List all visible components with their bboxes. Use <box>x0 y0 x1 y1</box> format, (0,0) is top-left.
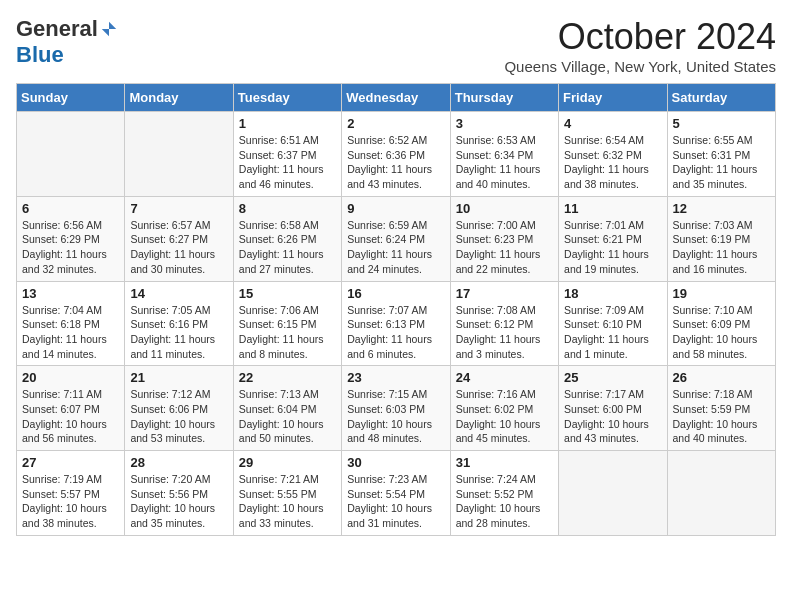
calendar-day: 28Sunrise: 7:20 AM Sunset: 5:56 PM Dayli… <box>125 451 233 536</box>
calendar-day: 4Sunrise: 6:54 AM Sunset: 6:32 PM Daylig… <box>559 112 667 197</box>
calendar-week-2: 6Sunrise: 6:56 AM Sunset: 6:29 PM Daylig… <box>17 196 776 281</box>
logo-blue-text: Blue <box>16 42 64 67</box>
day-number: 23 <box>347 370 444 385</box>
calendar-day: 25Sunrise: 7:17 AM Sunset: 6:00 PM Dayli… <box>559 366 667 451</box>
calendar-day: 2Sunrise: 6:52 AM Sunset: 6:36 PM Daylig… <box>342 112 450 197</box>
day-number: 27 <box>22 455 119 470</box>
day-detail: Sunrise: 7:21 AM Sunset: 5:55 PM Dayligh… <box>239 472 336 531</box>
calendar-day: 29Sunrise: 7:21 AM Sunset: 5:55 PM Dayli… <box>233 451 341 536</box>
calendar-day: 21Sunrise: 7:12 AM Sunset: 6:06 PM Dayli… <box>125 366 233 451</box>
day-number: 11 <box>564 201 661 216</box>
calendar-day: 7Sunrise: 6:57 AM Sunset: 6:27 PM Daylig… <box>125 196 233 281</box>
calendar-day: 8Sunrise: 6:58 AM Sunset: 6:26 PM Daylig… <box>233 196 341 281</box>
day-detail: Sunrise: 6:52 AM Sunset: 6:36 PM Dayligh… <box>347 133 444 192</box>
day-detail: Sunrise: 6:54 AM Sunset: 6:32 PM Dayligh… <box>564 133 661 192</box>
logo-flag-icon <box>100 20 118 38</box>
svg-marker-0 <box>102 22 116 36</box>
calendar-day: 10Sunrise: 7:00 AM Sunset: 6:23 PM Dayli… <box>450 196 558 281</box>
header-saturday: Saturday <box>667 84 775 112</box>
month-title: October 2024 <box>504 16 776 58</box>
day-number: 17 <box>456 286 553 301</box>
calendar-week-1: 1Sunrise: 6:51 AM Sunset: 6:37 PM Daylig… <box>17 112 776 197</box>
day-detail: Sunrise: 7:19 AM Sunset: 5:57 PM Dayligh… <box>22 472 119 531</box>
page-header: General Blue October 2024 Queens Village… <box>16 16 776 75</box>
day-detail: Sunrise: 7:05 AM Sunset: 6:16 PM Dayligh… <box>130 303 227 362</box>
day-detail: Sunrise: 7:12 AM Sunset: 6:06 PM Dayligh… <box>130 387 227 446</box>
day-number: 14 <box>130 286 227 301</box>
day-detail: Sunrise: 6:51 AM Sunset: 6:37 PM Dayligh… <box>239 133 336 192</box>
day-number: 24 <box>456 370 553 385</box>
day-detail: Sunrise: 7:09 AM Sunset: 6:10 PM Dayligh… <box>564 303 661 362</box>
day-number: 9 <box>347 201 444 216</box>
day-number: 20 <box>22 370 119 385</box>
day-detail: Sunrise: 6:58 AM Sunset: 6:26 PM Dayligh… <box>239 218 336 277</box>
calendar-day: 3Sunrise: 6:53 AM Sunset: 6:34 PM Daylig… <box>450 112 558 197</box>
day-detail: Sunrise: 6:56 AM Sunset: 6:29 PM Dayligh… <box>22 218 119 277</box>
calendar-day: 26Sunrise: 7:18 AM Sunset: 5:59 PM Dayli… <box>667 366 775 451</box>
header-wednesday: Wednesday <box>342 84 450 112</box>
calendar-header-row: SundayMondayTuesdayWednesdayThursdayFrid… <box>17 84 776 112</box>
logo-general-text: General <box>16 16 98 42</box>
calendar-day: 18Sunrise: 7:09 AM Sunset: 6:10 PM Dayli… <box>559 281 667 366</box>
day-number: 6 <box>22 201 119 216</box>
day-detail: Sunrise: 6:57 AM Sunset: 6:27 PM Dayligh… <box>130 218 227 277</box>
calendar-day: 6Sunrise: 6:56 AM Sunset: 6:29 PM Daylig… <box>17 196 125 281</box>
day-number: 22 <box>239 370 336 385</box>
day-detail: Sunrise: 6:53 AM Sunset: 6:34 PM Dayligh… <box>456 133 553 192</box>
calendar-day <box>125 112 233 197</box>
calendar-day: 19Sunrise: 7:10 AM Sunset: 6:09 PM Dayli… <box>667 281 775 366</box>
calendar-day: 5Sunrise: 6:55 AM Sunset: 6:31 PM Daylig… <box>667 112 775 197</box>
day-detail: Sunrise: 7:00 AM Sunset: 6:23 PM Dayligh… <box>456 218 553 277</box>
day-number: 1 <box>239 116 336 131</box>
day-detail: Sunrise: 7:17 AM Sunset: 6:00 PM Dayligh… <box>564 387 661 446</box>
calendar-day: 1Sunrise: 6:51 AM Sunset: 6:37 PM Daylig… <box>233 112 341 197</box>
day-number: 2 <box>347 116 444 131</box>
calendar-day: 13Sunrise: 7:04 AM Sunset: 6:18 PM Dayli… <box>17 281 125 366</box>
day-number: 29 <box>239 455 336 470</box>
calendar-day: 16Sunrise: 7:07 AM Sunset: 6:13 PM Dayli… <box>342 281 450 366</box>
day-detail: Sunrise: 7:08 AM Sunset: 6:12 PM Dayligh… <box>456 303 553 362</box>
calendar-day: 14Sunrise: 7:05 AM Sunset: 6:16 PM Dayli… <box>125 281 233 366</box>
calendar-day: 27Sunrise: 7:19 AM Sunset: 5:57 PM Dayli… <box>17 451 125 536</box>
day-number: 26 <box>673 370 770 385</box>
calendar-day <box>667 451 775 536</box>
day-detail: Sunrise: 7:03 AM Sunset: 6:19 PM Dayligh… <box>673 218 770 277</box>
location-subtitle: Queens Village, New York, United States <box>504 58 776 75</box>
day-number: 4 <box>564 116 661 131</box>
day-number: 8 <box>239 201 336 216</box>
day-detail: Sunrise: 7:04 AM Sunset: 6:18 PM Dayligh… <box>22 303 119 362</box>
calendar-day: 15Sunrise: 7:06 AM Sunset: 6:15 PM Dayli… <box>233 281 341 366</box>
header-sunday: Sunday <box>17 84 125 112</box>
header-monday: Monday <box>125 84 233 112</box>
day-detail: Sunrise: 7:06 AM Sunset: 6:15 PM Dayligh… <box>239 303 336 362</box>
header-thursday: Thursday <box>450 84 558 112</box>
day-detail: Sunrise: 7:13 AM Sunset: 6:04 PM Dayligh… <box>239 387 336 446</box>
day-detail: Sunrise: 7:23 AM Sunset: 5:54 PM Dayligh… <box>347 472 444 531</box>
day-number: 12 <box>673 201 770 216</box>
day-detail: Sunrise: 6:59 AM Sunset: 6:24 PM Dayligh… <box>347 218 444 277</box>
day-detail: Sunrise: 7:16 AM Sunset: 6:02 PM Dayligh… <box>456 387 553 446</box>
calendar-week-5: 27Sunrise: 7:19 AM Sunset: 5:57 PM Dayli… <box>17 451 776 536</box>
day-number: 18 <box>564 286 661 301</box>
calendar-week-3: 13Sunrise: 7:04 AM Sunset: 6:18 PM Dayli… <box>17 281 776 366</box>
day-detail: Sunrise: 7:07 AM Sunset: 6:13 PM Dayligh… <box>347 303 444 362</box>
day-number: 7 <box>130 201 227 216</box>
day-number: 15 <box>239 286 336 301</box>
calendar-day: 20Sunrise: 7:11 AM Sunset: 6:07 PM Dayli… <box>17 366 125 451</box>
calendar-table: SundayMondayTuesdayWednesdayThursdayFrid… <box>16 83 776 536</box>
day-number: 21 <box>130 370 227 385</box>
day-detail: Sunrise: 7:24 AM Sunset: 5:52 PM Dayligh… <box>456 472 553 531</box>
day-detail: Sunrise: 7:20 AM Sunset: 5:56 PM Dayligh… <box>130 472 227 531</box>
day-number: 13 <box>22 286 119 301</box>
day-number: 16 <box>347 286 444 301</box>
day-detail: Sunrise: 7:10 AM Sunset: 6:09 PM Dayligh… <box>673 303 770 362</box>
day-detail: Sunrise: 6:55 AM Sunset: 6:31 PM Dayligh… <box>673 133 770 192</box>
day-number: 3 <box>456 116 553 131</box>
day-number: 19 <box>673 286 770 301</box>
calendar-day <box>17 112 125 197</box>
day-detail: Sunrise: 7:11 AM Sunset: 6:07 PM Dayligh… <box>22 387 119 446</box>
calendar-day: 22Sunrise: 7:13 AM Sunset: 6:04 PM Dayli… <box>233 366 341 451</box>
day-number: 25 <box>564 370 661 385</box>
calendar-day: 17Sunrise: 7:08 AM Sunset: 6:12 PM Dayli… <box>450 281 558 366</box>
day-detail: Sunrise: 7:18 AM Sunset: 5:59 PM Dayligh… <box>673 387 770 446</box>
